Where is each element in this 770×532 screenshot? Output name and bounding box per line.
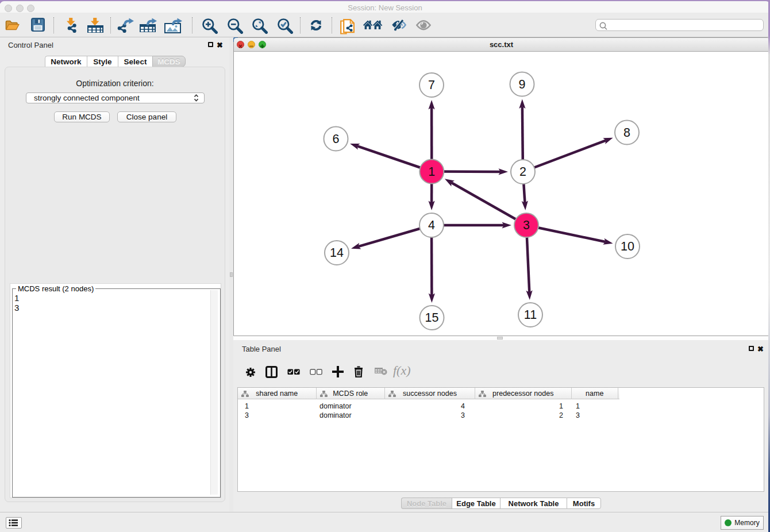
svg-text:2: 2: [519, 165, 526, 179]
svg-text:3: 3: [523, 218, 530, 232]
svg-text:11: 11: [524, 308, 537, 322]
svg-text:14: 14: [330, 246, 344, 260]
svg-text:15: 15: [425, 311, 439, 325]
svg-text:10: 10: [621, 240, 634, 253]
svg-text:8: 8: [623, 126, 630, 140]
svg-text:6: 6: [333, 132, 340, 146]
svg-text:9: 9: [519, 78, 526, 91]
svg-text:7: 7: [428, 78, 435, 92]
svg-text:4: 4: [428, 218, 435, 232]
svg-text:1: 1: [428, 165, 435, 179]
